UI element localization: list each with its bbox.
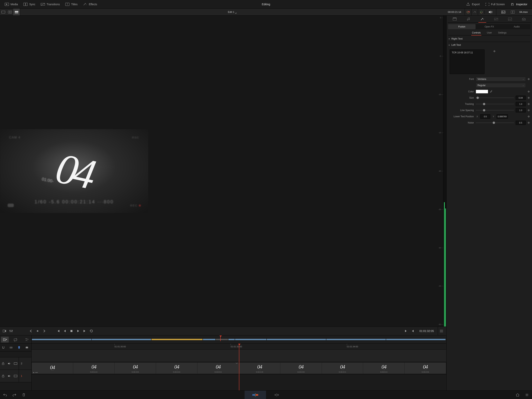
inspector-tab-file-icon[interactable] xyxy=(519,16,529,22)
keyframe-icon[interactable] xyxy=(527,78,530,80)
subtab-audio[interactable]: Audio xyxy=(503,24,531,29)
track-head-v2[interactable]: 2 xyxy=(0,357,31,370)
strip-segment[interactable] xyxy=(386,339,446,340)
strip-segment[interactable] xyxy=(228,339,235,340)
strip-segment[interactable] xyxy=(216,339,228,340)
edit-mode-b[interactable] xyxy=(12,337,20,342)
link-icon[interactable] xyxy=(9,345,14,350)
disclosure-right-text[interactable]: ▸Right Text xyxy=(449,37,463,40)
track-number[interactable]: 2 xyxy=(19,357,24,370)
noise-field[interactable]: 0.5 xyxy=(516,121,526,125)
viewer-mode-split-icon[interactable] xyxy=(7,9,13,15)
snap-icon[interactable] xyxy=(1,345,6,350)
size-field[interactable]: 0.04 xyxy=(516,96,526,100)
home-icon[interactable] xyxy=(515,393,520,397)
next-clip-icon[interactable] xyxy=(41,328,47,334)
timeline-playhead[interactable] xyxy=(239,344,239,390)
inspector-tab-audio-icon[interactable] xyxy=(463,16,474,22)
source-timecode[interactable]: 00:03:21:14 xyxy=(444,11,465,13)
media-menu[interactable]: Media xyxy=(2,3,21,6)
go-end-icon[interactable] xyxy=(82,328,88,334)
tool-mixer-icon[interactable] xyxy=(8,328,14,334)
viewer-canvas[interactable]: CAM 4 RSC 04 01:00- 1/60 -5.6 00:00:21:1… xyxy=(0,129,148,213)
inspector-tab-effects-icon[interactable] xyxy=(477,16,488,22)
page-edit-icon[interactable] xyxy=(266,391,287,399)
record-circle-icon[interactable] xyxy=(35,328,40,334)
keyframe-icon[interactable] xyxy=(527,97,530,99)
track-number[interactable]: 1 xyxy=(19,370,24,382)
effects-menu[interactable]: Effects xyxy=(80,3,100,6)
volume-icon[interactable] xyxy=(484,10,496,14)
inspector-toggle[interactable]: Inspector xyxy=(507,3,530,6)
settings-gear-icon[interactable] xyxy=(524,393,530,397)
minitab-user[interactable]: User xyxy=(486,31,493,35)
tracking-field[interactable]: 1.0 xyxy=(516,102,526,106)
keyframe-icon[interactable] xyxy=(527,121,530,124)
strip-segment[interactable] xyxy=(326,339,386,340)
eyedropper-icon[interactable] xyxy=(490,90,493,93)
strip-overview[interactable] xyxy=(32,335,446,343)
trash-icon[interactable] xyxy=(21,393,26,397)
font-style-select[interactable]: Regular⌄ xyxy=(476,83,526,88)
subtab-fusion[interactable]: Fusion xyxy=(448,24,475,29)
inspector-tab-video-icon[interactable] xyxy=(450,16,460,22)
disclosure-left-text[interactable]: ▸Left Text xyxy=(449,44,461,46)
strip-segment[interactable] xyxy=(267,339,326,340)
metadata-dual-icon[interactable] xyxy=(510,11,515,14)
flag-icon[interactable] xyxy=(25,345,30,350)
go-next-edit-icon[interactable] xyxy=(403,328,409,334)
transitions-menu[interactable]: Transitions xyxy=(38,3,63,6)
sync-menu[interactable]: Sync xyxy=(21,3,38,6)
noise-slider[interactable] xyxy=(476,122,514,123)
keyframe-icon[interactable] xyxy=(527,103,530,105)
edit-mode-c[interactable] xyxy=(23,337,31,342)
metadata-image-icon[interactable] xyxy=(501,11,506,14)
undo-icon[interactable] xyxy=(2,393,8,397)
line-spacing-slider[interactable] xyxy=(476,110,514,110)
keyframe-icon[interactable] xyxy=(527,109,530,112)
text-input[interactable] xyxy=(450,50,484,74)
edit-mode-a[interactable] xyxy=(1,337,9,342)
step-back-icon[interactable] xyxy=(62,328,68,334)
inspector-tab-image-icon[interactable] xyxy=(505,16,515,22)
inspector-tab-transition-icon[interactable] xyxy=(491,16,501,22)
record-timecode[interactable]: 01:01:32:05 xyxy=(417,329,437,333)
color-wheels-icon[interactable] xyxy=(478,9,484,15)
strip-segment[interactable] xyxy=(203,339,215,340)
prev-clip-icon[interactable] xyxy=(28,328,34,334)
strip-segment[interactable] xyxy=(92,339,151,340)
tool-fastreview-icon[interactable] xyxy=(1,328,7,334)
strip-segment[interactable] xyxy=(152,339,203,340)
track-audio-toggle-icon[interactable] xyxy=(6,370,13,382)
minitab-controls[interactable]: Controls xyxy=(471,31,481,35)
redo-icon[interactable] xyxy=(12,393,17,397)
track-video-toggle-icon[interactable] xyxy=(13,357,19,370)
go-start-icon[interactable] xyxy=(55,328,61,334)
fullscreen-menu[interactable]: Full Screen xyxy=(482,3,508,6)
track-video-toggle-icon[interactable] xyxy=(13,370,19,382)
track-lock-icon[interactable] xyxy=(0,357,6,370)
subtab-openfx[interactable]: Open FX xyxy=(475,24,503,29)
font-family-select[interactable]: Verdana⌄ xyxy=(476,77,526,81)
loop-icon[interactable] xyxy=(89,328,94,334)
bypass-color-icon[interactable] xyxy=(465,9,471,15)
minitab-settings[interactable]: Settings xyxy=(497,31,507,35)
viewer-mode-active-icon[interactable] xyxy=(13,9,20,15)
viewer-mode-single-icon[interactable] xyxy=(0,9,7,15)
size-slider[interactable] xyxy=(476,98,514,98)
transport-options-icon[interactable] xyxy=(438,327,445,335)
lower-y-field[interactable]: 0.088769 xyxy=(497,114,508,119)
bypass-fusion-icon[interactable] xyxy=(471,9,478,15)
track-head-v1[interactable]: 1 xyxy=(0,370,31,382)
track-audio-toggle-icon[interactable] xyxy=(6,357,13,370)
titles-menu[interactable]: T Titles xyxy=(63,3,80,6)
export-menu[interactable]: Export xyxy=(463,3,482,6)
play-icon[interactable] xyxy=(75,328,81,334)
keyframe-icon[interactable] xyxy=(527,115,530,118)
strip-segment[interactable] xyxy=(32,339,91,340)
color-swatch[interactable] xyxy=(476,90,488,94)
stop-icon[interactable] xyxy=(69,328,74,334)
keyframe-icon[interactable] xyxy=(527,90,530,93)
strip-playhead[interactable] xyxy=(220,336,221,341)
marker-icon[interactable] xyxy=(17,345,22,350)
